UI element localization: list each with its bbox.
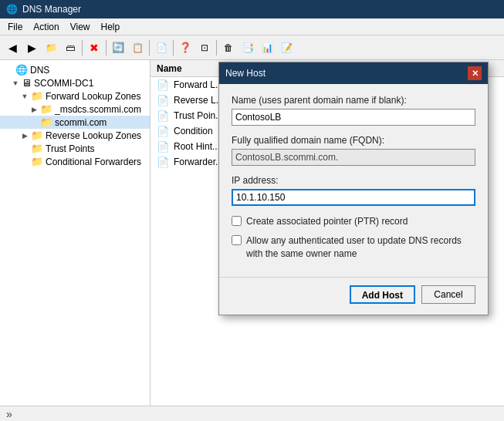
app-icon: 🌐 bbox=[6, 4, 18, 15]
add-host-button[interactable]: Add Host bbox=[350, 285, 415, 304]
tree-msdcs[interactable]: ▶ 📁 _msdcs.scommi.com bbox=[0, 103, 150, 116]
help-button[interactable]: ❓ bbox=[176, 39, 194, 57]
ip-label: IP address: bbox=[232, 175, 475, 186]
fqdn-value: ContosoLB.scommi.com. bbox=[232, 149, 475, 166]
menu-help[interactable]: Help bbox=[96, 20, 125, 34]
tree-root-label: DNS bbox=[30, 65, 49, 76]
toolbar-separator-3 bbox=[149, 40, 150, 56]
forward-arrow-icon: ▼ bbox=[19, 93, 31, 100]
list-item-2-icon: 📄 bbox=[157, 110, 169, 122]
auth-checkbox-row: Allow any authenticated user to update D… bbox=[232, 234, 475, 261]
tree-conditional[interactable]: 📁 Conditional Forwarders bbox=[0, 155, 150, 168]
reverse-folder-icon: 📁 bbox=[31, 130, 43, 141]
cancel-button[interactable]: Cancel bbox=[421, 285, 475, 304]
tree-root-dns[interactable]: 🌐 DNS bbox=[0, 63, 150, 76]
reverse-arrow-icon: ▶ bbox=[19, 132, 31, 140]
status-bar: » bbox=[0, 406, 504, 421]
list-item-1-icon: 📄 bbox=[157, 95, 169, 106]
open-button[interactable]: 📁 bbox=[42, 39, 60, 57]
auth-checkbox[interactable] bbox=[232, 235, 242, 245]
detail-button[interactable]: 📊 bbox=[258, 39, 276, 57]
status-arrows[interactable]: » bbox=[6, 408, 12, 420]
list-item-5-label: Forwarder... bbox=[174, 157, 223, 167]
list-item-5-icon: 📄 bbox=[157, 157, 169, 168]
modal-titlebar: New Host ✕ bbox=[219, 62, 488, 84]
tree-scommi-label: scommi.com bbox=[55, 117, 107, 128]
app-title: DNS Manager bbox=[22, 4, 498, 15]
tree-conditional-label: Conditional Forwarders bbox=[46, 157, 141, 167]
modal-body: Name (uses parent domain name if blank):… bbox=[219, 84, 488, 277]
name-input[interactable] bbox=[232, 109, 475, 126]
list-item-0-label: Forward L... bbox=[174, 79, 223, 90]
list-item-3-icon: 📄 bbox=[157, 126, 169, 137]
tree-dc1-label: SCOMMI-DC1 bbox=[34, 78, 93, 89]
delete-button[interactable]: ✖ bbox=[85, 39, 103, 57]
ptr-checkbox-row: Create associated pointer (PTR) record bbox=[232, 215, 475, 228]
msdcs-icon: 📁 bbox=[40, 103, 52, 115]
scommi-icon: 📁 bbox=[40, 116, 52, 128]
trust-icon: 📁 bbox=[31, 143, 43, 154]
menu-file[interactable]: File bbox=[3, 20, 27, 34]
tree-forward-lookup[interactable]: ▼ 📁 Forward Lookup Zones bbox=[0, 89, 150, 103]
menu-view[interactable]: View bbox=[66, 20, 95, 34]
dc1-arrow-icon: ▼ bbox=[9, 79, 22, 87]
properties-button[interactable]: 📄 bbox=[152, 39, 171, 57]
list-button[interactable]: 📑 bbox=[238, 39, 257, 57]
menu-bar: File Action View Help bbox=[0, 19, 504, 35]
toolbar-separator-4 bbox=[173, 40, 174, 56]
tree-reverse-label: Reverse Lookup Zones bbox=[46, 130, 141, 141]
list-item-2-label: Trust Poin... bbox=[174, 110, 223, 121]
list-item-4-label: Root Hint... bbox=[174, 141, 220, 152]
name-label: Name (uses parent domain name if blank): bbox=[232, 95, 475, 106]
back-button[interactable]: ◀ bbox=[3, 39, 22, 57]
menu-action[interactable]: Action bbox=[29, 20, 63, 34]
new-host-dialog: New Host ✕ Name (uses parent domain name… bbox=[218, 62, 489, 315]
tree-trust-points[interactable]: 📁 Trust Points bbox=[0, 142, 150, 155]
tree-msdcs-label: _msdcs.scommi.com bbox=[55, 104, 141, 115]
list-item-1-label: Reverse L... bbox=[174, 95, 224, 106]
ip-input[interactable] bbox=[232, 189, 475, 206]
ptr-checkbox-label[interactable]: Create associated pointer (PTR) record bbox=[246, 215, 408, 228]
forward-folder-icon: 📁 bbox=[31, 90, 43, 102]
auth-checkbox-label[interactable]: Allow any authenticated user to update D… bbox=[246, 234, 475, 261]
title-bar: 🌐 DNS Manager bbox=[0, 0, 504, 19]
list-item-3-label: Condition bbox=[174, 126, 213, 136]
tree-scommi-dc1[interactable]: ▼ 🖥 SCOMMI-DC1 bbox=[0, 76, 150, 89]
ptr-checkbox[interactable] bbox=[232, 216, 242, 226]
modal-close-button[interactable]: ✕ bbox=[468, 66, 482, 80]
tree-scommi-com[interactable]: 📁 scommi.com bbox=[0, 116, 150, 129]
toolbar-separator-1 bbox=[82, 40, 83, 56]
tree-panel: 🌐 DNS ▼ 🖥 SCOMMI-DC1 ▼ 📁 Forward Lookup … bbox=[0, 60, 151, 406]
view-button[interactable]: 🗃 bbox=[61, 39, 79, 57]
forward-button[interactable]: ▶ bbox=[22, 39, 41, 57]
edit-button[interactable]: 📝 bbox=[277, 39, 296, 57]
tree-reverse-lookup[interactable]: ▶ 📁 Reverse Lookup Zones bbox=[0, 129, 150, 142]
toolbar-separator-5 bbox=[216, 40, 217, 56]
fqdn-label: Fully qualified domain name (FQDN): bbox=[232, 135, 475, 146]
tree-forward-label: Forward Lookup Zones bbox=[46, 91, 140, 102]
list-item-0-icon: 📄 bbox=[157, 79, 169, 91]
dns-icon: 🌐 bbox=[15, 64, 28, 76]
conditional-icon: 📁 bbox=[31, 156, 43, 167]
toolbar-separator-2 bbox=[106, 40, 107, 56]
modal-title: New Host bbox=[225, 68, 266, 79]
action1-button[interactable]: ⊡ bbox=[195, 39, 214, 57]
refresh-button[interactable]: 🔄 bbox=[109, 39, 127, 57]
export-button[interactable]: 📋 bbox=[128, 39, 147, 57]
delete2-button[interactable]: 🗑 bbox=[219, 39, 238, 57]
msdcs-arrow-icon: ▶ bbox=[28, 106, 40, 113]
toolbar: ◀ ▶ 📁 🗃 ✖ 🔄 📋 📄 ❓ ⊡ 🗑 📑 📊 📝 bbox=[0, 35, 504, 60]
dc1-icon: 🖥 bbox=[22, 77, 32, 89]
list-item-4-icon: 📄 bbox=[157, 141, 169, 153]
tree-trust-label: Trust Points bbox=[46, 143, 95, 154]
modal-footer: Add Host Cancel bbox=[219, 277, 488, 315]
